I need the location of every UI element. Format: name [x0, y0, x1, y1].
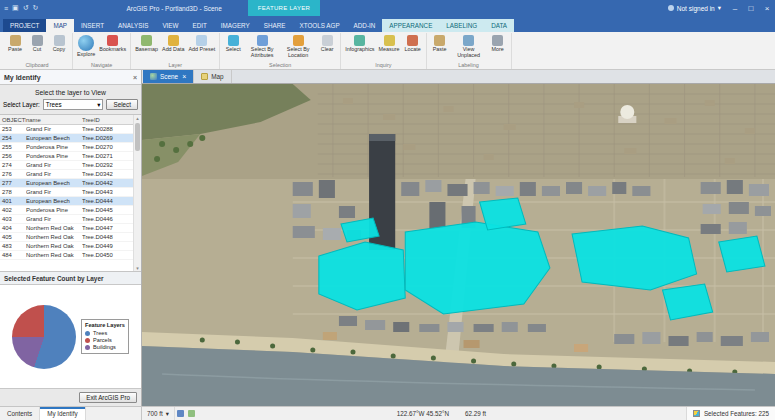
table-row[interactable]: 403 Grand Fir Tree.D0446 — [0, 215, 133, 224]
close-icon[interactable]: × — [133, 74, 137, 81]
scrollbar-thumb[interactable] — [135, 123, 140, 151]
ribbon-button-icon — [168, 35, 179, 46]
close-icon[interactable]: × — [182, 73, 186, 80]
ribbon-tab[interactable]: PROJECT — [3, 19, 46, 32]
selected-features-status[interactable]: Selected Features: 225 — [686, 407, 775, 420]
ribbon-button[interactable]: Basemap — [135, 35, 158, 53]
status-bar: Contents My Identify 700 ft ▾ 122.67°W 4… — [0, 406, 775, 420]
ribbon-tab[interactable]: MAP — [46, 19, 74, 32]
ribbon-button-icon — [107, 35, 118, 46]
table-scrollbar[interactable]: ▴ ▾ — [133, 115, 141, 271]
ribbon-tab[interactable]: APPEARANCE — [382, 19, 439, 32]
ribbon-group-label: Layer — [135, 61, 215, 69]
minimize-button[interactable]: – — [727, 0, 743, 16]
save-icon[interactable]: ▣ — [12, 4, 19, 12]
ribbon-tab[interactable]: SHARE — [257, 19, 293, 32]
table-row[interactable]: 483 Northern Red Oak Tree.D0449 — [0, 242, 133, 251]
ribbon-tab[interactable]: EDIT — [185, 19, 213, 32]
table-row[interactable]: 278 Grand Fir Tree.D0443 — [0, 188, 133, 197]
select-button[interactable]: Select — [106, 99, 138, 110]
table-row[interactable]: 277 European Beech Tree.D0442 — [0, 179, 133, 188]
window-title: ArcGIS Pro - Portland3D - Scene — [126, 5, 221, 12]
table-row[interactable]: 276 Grand Fir Tree.D0342 — [0, 170, 133, 179]
ribbon-button-icon — [78, 35, 94, 51]
ribbon-button[interactable]: More — [489, 35, 507, 53]
ribbon-tab[interactable]: LABELING — [439, 19, 484, 32]
scroll-down-icon[interactable]: ▾ — [136, 265, 139, 271]
table-row[interactable]: 253 Grand Fir Tree.D0288 — [0, 125, 133, 134]
ribbon-button[interactable]: Select — [224, 35, 242, 53]
legend-swatch — [85, 338, 90, 343]
pie-chart — [12, 305, 76, 369]
ribbon-button[interactable]: Add Data — [162, 35, 184, 53]
ribbon-tab[interactable]: XTOOLS AGP — [292, 19, 346, 32]
legend-items: Trees Parcels Buildings — [85, 330, 125, 350]
ribbon-button[interactable]: Paste — [6, 35, 24, 53]
ribbon-tab[interactable]: ADD-IN — [347, 19, 383, 32]
ribbon-button-icon — [257, 35, 268, 46]
exit-arcgis-button[interactable]: Exit ArcGIS Pro — [79, 392, 137, 403]
ribbon-group-label: Navigate — [77, 61, 126, 69]
scroll-up-icon[interactable]: ▴ — [136, 115, 139, 121]
ribbon-button[interactable]: Measure — [379, 35, 400, 53]
ribbon-tab[interactable]: ANALYSIS — [111, 19, 155, 32]
ribbon-button[interactable]: Explore — [77, 35, 95, 58]
app-window: ≡ ▣ ↺ ↻ ArcGIS Pro - Portland3D - Scene … — [0, 0, 775, 420]
window-controls: – □ × — [727, 0, 775, 16]
ribbon-group-clipboard: Paste Cut Copy Clipboard — [2, 33, 73, 69]
pane-tab[interactable]: My Identify — [40, 407, 85, 420]
ribbon-button-icon — [10, 35, 21, 46]
tab-map[interactable]: Map — [194, 70, 231, 83]
ribbon-group-label: Inquiry — [345, 61, 421, 69]
ribbon-group-navigate: Explore Bookmarks Navigate — [73, 33, 131, 69]
scene-3d-view[interactable] — [142, 84, 775, 406]
pane-tab[interactable]: Contents — [0, 407, 40, 420]
ribbon-button[interactable]: Copy — [50, 35, 68, 53]
ribbon-button[interactable]: Paste — [431, 35, 449, 53]
ribbon-tab[interactable]: IMAGERY — [214, 19, 257, 32]
ribbon-button[interactable]: Locate — [404, 35, 422, 53]
pane-title: My Identify — [4, 74, 41, 81]
undo-icon[interactable]: ↺ — [23, 4, 29, 12]
table-row[interactable]: 405 Northern Red Oak Tree.D0448 — [0, 233, 133, 242]
maximize-button[interactable]: □ — [743, 0, 759, 16]
redo-icon[interactable]: ↻ — [33, 4, 39, 12]
sign-in-status[interactable]: Not signed in ▾ — [668, 4, 721, 12]
ribbon-button[interactable]: Select By Attributes — [246, 35, 278, 59]
table-row[interactable]: 255 Ponderosa Pine Tree.D0270 — [0, 143, 133, 152]
ribbon-button[interactable]: Infographics — [345, 35, 374, 53]
contextual-tab-group-label: FEATURE LAYER — [248, 0, 320, 16]
table-row[interactable]: 402 Ponderosa Pine Tree.D0445 — [0, 206, 133, 215]
ribbon-button[interactable]: Cut — [28, 35, 46, 53]
ribbon-button-icon — [384, 35, 395, 46]
caret-down-icon: ▾ — [718, 4, 721, 12]
ribbon-button-icon — [407, 35, 418, 46]
table-row[interactable]: 254 European Beech Tree.D0269 — [0, 134, 133, 143]
layer-dropdown[interactable]: Trees ▾ — [43, 99, 104, 110]
ribbon-button-icon — [322, 35, 333, 46]
ribbon-tab[interactable]: VIEW — [155, 19, 185, 32]
table-row[interactable]: 484 Northern Red Oak Tree.D0450 — [0, 251, 133, 260]
menu-icon[interactable]: ≡ — [4, 5, 8, 12]
tab-scene[interactable]: Scene × — [143, 70, 194, 83]
ribbon-tab[interactable]: DATA — [484, 19, 514, 32]
ribbon-button[interactable]: Bookmarks — [99, 35, 126, 53]
ribbon-button-icon — [54, 35, 65, 46]
close-button[interactable]: × — [759, 0, 775, 16]
ribbon-group-label: Clipboard — [6, 61, 68, 69]
table-row[interactable]: 256 Ponderosa Pine Tree.D0271 — [0, 152, 133, 161]
table-row[interactable]: 404 Northern Red Oak Tree.D0447 — [0, 224, 133, 233]
navigator-icon[interactable] — [177, 410, 184, 417]
table-row[interactable]: 274 Grand Fir Tree.D0292 — [0, 161, 133, 170]
map-scale-selector[interactable]: 700 ft ▾ — [142, 407, 175, 420]
ribbon-group-inquiry: Infographics Measure Locate Inquiry — [341, 33, 426, 69]
ribbon-button[interactable]: Select By Location — [282, 35, 314, 59]
feature-table: OBJECTID name TreeID 253 Grand Fir Tree.… — [0, 114, 141, 272]
table-row[interactable]: 401 European Beech Tree.D0444 — [0, 197, 133, 206]
ribbon-button[interactable]: View Unplaced — [453, 35, 485, 59]
snapping-icon[interactable] — [188, 410, 195, 417]
ribbon-tab[interactable]: INSERT — [74, 19, 111, 32]
ribbon-button[interactable]: Clear — [318, 35, 336, 53]
account-globe-icon — [668, 5, 674, 11]
ribbon-button[interactable]: Add Preset — [189, 35, 216, 53]
